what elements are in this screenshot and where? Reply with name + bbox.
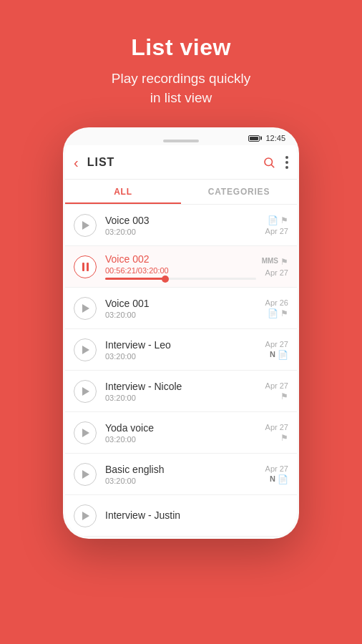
play-icon: [82, 387, 89, 396]
recording-info: Basic english 03:20:00: [105, 464, 260, 485]
doc-icon: 📄: [268, 308, 278, 318]
play-button[interactable]: [74, 338, 97, 361]
recording-name: Voice 001: [105, 298, 260, 309]
pause-button[interactable]: [74, 255, 97, 278]
n-icon: N: [270, 350, 275, 360]
status-bar: 12:45: [65, 130, 297, 145]
recording-info: Voice 003 03:20:00: [105, 215, 260, 236]
play-button[interactable]: [74, 421, 97, 444]
svg-point-3: [285, 161, 288, 164]
tabs-row: ALL CATEGORIES: [65, 180, 297, 205]
mms-badge: MMS: [262, 257, 278, 267]
tab-categories[interactable]: CATEGORIES: [181, 180, 297, 204]
recording-name: Interview - Justin: [105, 509, 288, 521]
recording-icons: 📄 ⚑: [268, 308, 288, 318]
pause-icon: [82, 263, 89, 271]
play-button[interactable]: [74, 380, 97, 403]
list-item[interactable]: Voice 001 03:20:00 Apr 26 📄 ⚑: [65, 288, 297, 329]
bookmark-icon: ⚑: [280, 391, 288, 401]
play-icon: [82, 304, 89, 313]
recording-duration: 03:20:00: [105, 311, 260, 319]
play-icon: [82, 470, 89, 479]
recording-duration: 03:20:00: [105, 477, 260, 485]
play-icon: [82, 221, 89, 230]
recording-icons: MMS ⚑: [262, 257, 288, 267]
list-item[interactable]: Interview - Justin: [65, 495, 297, 537]
recording-name: Yoda voice: [105, 422, 260, 434]
recording-icons: N 📄: [270, 474, 288, 484]
recording-duration: 03:20:00: [105, 352, 260, 361]
bookmark-icon: ⚑: [280, 433, 288, 443]
hero-title: List view: [131, 34, 231, 61]
more-options-button[interactable]: [285, 156, 288, 169]
recording-meta: MMS ⚑ Apr 27: [262, 257, 288, 277]
play-icon: [82, 429, 89, 437]
play-icon: [82, 512, 89, 520]
list-item[interactable]: Yoda voice 03:20:00 Apr 27 ⚑: [65, 412, 297, 454]
recording-icons: ⚑: [280, 433, 288, 443]
play-button[interactable]: [74, 214, 97, 237]
recording-date: Apr 27: [265, 464, 288, 473]
phone-speaker: [163, 140, 199, 142]
progress-bar[interactable]: [105, 278, 256, 280]
doc-icon: 📄: [268, 215, 278, 225]
recording-meta: 📄 ⚑ Apr 27: [265, 215, 288, 235]
recording-icons: 📄 ⚑: [268, 215, 288, 225]
play-button[interactable]: [74, 463, 97, 486]
recording-name: Interview - Nicole: [105, 381, 260, 392]
recording-date: Apr 27: [265, 381, 288, 390]
recording-date: Apr 27: [265, 227, 288, 235]
hero-subtitle: Play recordings quicklyin list view: [112, 69, 250, 107]
recording-info: Voice 001 03:20:00: [105, 298, 260, 319]
list-item[interactable]: Interview - Nicole 03:20:00 Apr 27 ⚑: [65, 371, 297, 412]
recording-duration: 00:56:21/03:20:00: [105, 266, 256, 275]
recording-name: Basic english: [105, 464, 260, 475]
recording-name: Voice 002: [105, 253, 256, 265]
recording-name: Interview - Leo: [105, 339, 260, 351]
recording-list: Voice 003 03:20:00 📄 ⚑ Apr 27 Voice 002: [65, 205, 297, 537]
recording-name: Voice 003: [105, 215, 260, 226]
recording-date: Apr 26: [265, 298, 288, 307]
recording-meta: Apr 27 ⚑: [265, 381, 288, 401]
list-item[interactable]: Basic english 03:20:00 Apr 27 N 📄: [65, 454, 297, 495]
svg-point-2: [285, 156, 288, 159]
play-button[interactable]: [74, 297, 97, 320]
recording-meta: Apr 26 📄 ⚑: [265, 298, 288, 318]
bookmark-icon: ⚑: [280, 257, 288, 267]
back-button[interactable]: ‹: [74, 152, 84, 172]
recording-meta: Apr 27 N 📄: [265, 340, 288, 360]
status-time: 12:45: [265, 134, 285, 142]
list-item[interactable]: Voice 003 03:20:00 📄 ⚑ Apr 27: [65, 205, 297, 246]
recording-icons: N 📄: [270, 350, 288, 360]
svg-line-1: [271, 165, 273, 167]
recording-duration: 03:20:00: [105, 228, 260, 236]
progress-thumb: [162, 275, 169, 283]
recording-info: Interview - Leo 03:20:00: [105, 339, 260, 361]
list-item[interactable]: Interview - Leo 03:20:00 Apr 27 N 📄: [65, 329, 297, 371]
recording-duration: 03:20:00: [105, 394, 260, 402]
play-button[interactable]: [74, 504, 97, 527]
recording-date: Apr 27: [265, 423, 288, 431]
phone-frame: 12:45 ‹ LIST ALL CATEGORIES: [63, 127, 299, 539]
hero-section: List view Play recordings quicklyin list…: [0, 0, 362, 127]
n-icon: N: [270, 474, 275, 484]
recording-duration: 03:20:00: [105, 435, 260, 444]
recording-info: Interview - Nicole 03:20:00: [105, 381, 260, 402]
recording-meta: Apr 27 ⚑: [265, 423, 288, 443]
progress-fill: [105, 278, 165, 280]
recording-info: Yoda voice 03:20:00: [105, 422, 260, 444]
battery-icon: [248, 135, 260, 142]
recording-meta: Apr 27 N 📄: [265, 464, 288, 484]
play-icon: [82, 346, 89, 354]
list-item[interactable]: Voice 002 00:56:21/03:20:00 MMS ⚑ Apr 27: [65, 246, 297, 288]
recording-info: Voice 002 00:56:21/03:20:00: [105, 253, 256, 280]
doc-icon: 📄: [278, 350, 288, 360]
bookmark-icon: ⚑: [280, 215, 288, 225]
app-bar-icons: [263, 156, 288, 169]
app-bar: ‹ LIST: [65, 145, 297, 180]
search-button[interactable]: [263, 156, 275, 169]
svg-point-4: [285, 166, 288, 169]
recording-icons: ⚑: [280, 391, 288, 401]
recording-info: Interview - Justin: [105, 509, 288, 522]
tab-all[interactable]: ALL: [65, 180, 181, 204]
